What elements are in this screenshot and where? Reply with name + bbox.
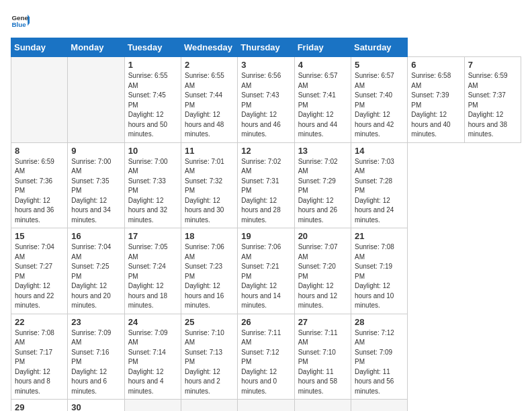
calendar-cell: 3 Sunrise: 6:56 AMSunset: 7:43 PMDayligh… [238, 57, 294, 143]
cell-content: Sunrise: 7:11 AMSunset: 7:12 PMDaylight:… [241, 329, 281, 395]
svg-text:Blue: Blue [11, 21, 26, 28]
calendar-cell: 18 Sunrise: 7:06 AMSunset: 7:23 PMDaylig… [181, 228, 237, 314]
cell-content: Sunrise: 7:06 AMSunset: 7:21 PMDaylight:… [241, 243, 281, 309]
calendar-week-3: 15 Sunrise: 7:04 AMSunset: 7:27 PMDaylig… [11, 228, 521, 314]
calendar-cell [351, 400, 407, 412]
calendar-cell: 6 Sunrise: 6:58 AMSunset: 7:39 PMDayligh… [408, 57, 464, 143]
day-number: 4 [298, 60, 347, 70]
day-number: 5 [355, 60, 404, 70]
calendar-cell: 16 Sunrise: 7:04 AMSunset: 7:25 PMDaylig… [68, 228, 124, 314]
calendar-cell: 10 Sunrise: 7:00 AMSunset: 7:33 PMDaylig… [124, 142, 181, 228]
calendar-cell [181, 400, 237, 412]
cell-content: Sunrise: 7:04 AMSunset: 7:25 PMDaylight:… [71, 243, 111, 309]
day-number: 22 [15, 317, 64, 327]
day-number: 10 [128, 146, 177, 156]
calendar-cell: 19 Sunrise: 7:06 AMSunset: 7:21 PMDaylig… [238, 228, 294, 314]
calendar-cell [294, 400, 351, 412]
col-header-friday: Friday [294, 38, 351, 57]
day-number: 17 [128, 231, 177, 241]
logo-icon: General Blue [11, 11, 30, 30]
cell-content: Sunrise: 7:10 AMSunset: 7:13 PMDaylight:… [185, 329, 224, 395]
cell-content: Sunrise: 7:05 AMSunset: 7:24 PMDaylight:… [128, 243, 168, 309]
calendar-table: SundayMondayTuesdayWednesdayThursdayFrid… [11, 38, 521, 411]
day-number: 24 [128, 317, 177, 327]
day-number: 27 [298, 317, 347, 327]
empty-cell [11, 57, 68, 143]
page-header: General Blue [11, 11, 521, 30]
calendar-cell: 9 Sunrise: 7:00 AMSunset: 7:35 PMDayligh… [68, 142, 124, 228]
calendar-cell: 28 Sunrise: 7:12 AMSunset: 7:09 PMDaylig… [351, 314, 407, 400]
day-number: 26 [241, 317, 290, 327]
day-number: 3 [241, 60, 290, 70]
calendar-week-1: 1 Sunrise: 6:55 AMSunset: 7:45 PMDayligh… [11, 57, 521, 143]
day-number: 2 [185, 60, 234, 70]
day-number: 13 [298, 146, 347, 156]
day-number: 18 [185, 231, 234, 241]
day-number: 11 [185, 146, 234, 156]
cell-content: Sunrise: 7:06 AMSunset: 7:23 PMDaylight:… [185, 243, 224, 309]
day-number: 29 [15, 402, 64, 411]
cell-content: Sunrise: 7:01 AMSunset: 7:32 PMDaylight:… [185, 158, 224, 224]
calendar-cell: 29 Sunrise: 7:13 AMSunset: 7:08 PMDaylig… [11, 400, 68, 412]
calendar-cell: 24 Sunrise: 7:09 AMSunset: 7:14 PMDaylig… [124, 314, 181, 400]
col-header-saturday: Saturday [351, 38, 407, 57]
cell-content: Sunrise: 6:59 AMSunset: 7:37 PMDaylight:… [468, 72, 508, 138]
calendar-cell: 25 Sunrise: 7:10 AMSunset: 7:13 PMDaylig… [181, 314, 237, 400]
cell-content: Sunrise: 7:08 AMSunset: 7:17 PMDaylight:… [15, 329, 54, 395]
day-number: 15 [15, 231, 64, 241]
day-number: 1 [128, 60, 177, 70]
calendar-cell: 7 Sunrise: 6:59 AMSunset: 7:37 PMDayligh… [464, 57, 521, 143]
cell-content: Sunrise: 7:00 AMSunset: 7:33 PMDaylight:… [128, 158, 168, 224]
calendar-cell: 23 Sunrise: 7:09 AMSunset: 7:16 PMDaylig… [68, 314, 124, 400]
calendar-cell [124, 400, 181, 412]
logo: General Blue [11, 11, 32, 30]
cell-content: Sunrise: 6:58 AMSunset: 7:39 PMDaylight:… [411, 72, 451, 138]
cell-content: Sunrise: 7:12 AMSunset: 7:09 PMDaylight:… [355, 329, 394, 395]
cell-content: Sunrise: 6:55 AMSunset: 7:44 PMDaylight:… [185, 72, 224, 138]
cell-content: Sunrise: 6:57 AMSunset: 7:41 PMDaylight:… [298, 72, 338, 138]
cell-content: Sunrise: 7:08 AMSunset: 7:19 PMDaylight:… [355, 243, 394, 309]
day-number: 12 [241, 146, 290, 156]
calendar-cell: 13 Sunrise: 7:02 AMSunset: 7:29 PMDaylig… [294, 142, 351, 228]
calendar-cell: 21 Sunrise: 7:08 AMSunset: 7:19 PMDaylig… [351, 228, 407, 314]
day-number: 6 [411, 60, 460, 70]
cell-content: Sunrise: 7:03 AMSunset: 7:28 PMDaylight:… [355, 158, 394, 224]
calendar-cell: 8 Sunrise: 6:59 AMSunset: 7:36 PMDayligh… [11, 142, 68, 228]
calendar-cell: 4 Sunrise: 6:57 AMSunset: 7:41 PMDayligh… [294, 57, 351, 143]
calendar-cell: 2 Sunrise: 6:55 AMSunset: 7:44 PMDayligh… [181, 57, 237, 143]
calendar-cell [238, 400, 294, 412]
day-number: 28 [355, 317, 404, 327]
calendar-cell: 20 Sunrise: 7:07 AMSunset: 7:20 PMDaylig… [294, 228, 351, 314]
cell-content: Sunrise: 7:09 AMSunset: 7:16 PMDaylight:… [71, 329, 111, 395]
col-header-sunday: Sunday [11, 38, 68, 57]
calendar-cell: 30 Sunrise: 7:13 AMSunset: 7:06 PMDaylig… [68, 400, 124, 412]
cell-content: Sunrise: 7:02 AMSunset: 7:31 PMDaylight:… [241, 158, 281, 224]
calendar-week-4: 22 Sunrise: 7:08 AMSunset: 7:17 PMDaylig… [11, 314, 521, 400]
calendar-week-2: 8 Sunrise: 6:59 AMSunset: 7:36 PMDayligh… [11, 142, 521, 228]
col-header-thursday: Thursday [238, 38, 294, 57]
cell-content: Sunrise: 7:11 AMSunset: 7:10 PMDaylight:… [298, 329, 338, 395]
cell-content: Sunrise: 7:02 AMSunset: 7:29 PMDaylight:… [298, 158, 338, 224]
day-number: 14 [355, 146, 404, 156]
calendar-cell: 15 Sunrise: 7:04 AMSunset: 7:27 PMDaylig… [11, 228, 68, 314]
cell-content: Sunrise: 6:59 AMSunset: 7:36 PMDaylight:… [15, 158, 54, 224]
day-number: 30 [71, 402, 120, 411]
cell-content: Sunrise: 7:04 AMSunset: 7:27 PMDaylight:… [15, 243, 54, 309]
day-number: 19 [241, 231, 290, 241]
day-number: 9 [71, 146, 120, 156]
day-number: 8 [15, 146, 64, 156]
day-number: 7 [468, 60, 517, 70]
cell-content: Sunrise: 6:57 AMSunset: 7:40 PMDaylight:… [355, 72, 394, 138]
col-header-tuesday: Tuesday [124, 38, 181, 57]
cell-content: Sunrise: 7:00 AMSunset: 7:35 PMDaylight:… [71, 158, 111, 224]
calendar-cell: 12 Sunrise: 7:02 AMSunset: 7:31 PMDaylig… [238, 142, 294, 228]
calendar-cell: 22 Sunrise: 7:08 AMSunset: 7:17 PMDaylig… [11, 314, 68, 400]
day-number: 25 [185, 317, 234, 327]
cell-content: Sunrise: 7:07 AMSunset: 7:20 PMDaylight:… [298, 243, 338, 309]
col-header-monday: Monday [68, 38, 124, 57]
calendar-cell: 27 Sunrise: 7:11 AMSunset: 7:10 PMDaylig… [294, 314, 351, 400]
calendar-cell: 17 Sunrise: 7:05 AMSunset: 7:24 PMDaylig… [124, 228, 181, 314]
calendar-cell: 14 Sunrise: 7:03 AMSunset: 7:28 PMDaylig… [351, 142, 407, 228]
day-number: 16 [71, 231, 120, 241]
calendar-cell: 11 Sunrise: 7:01 AMSunset: 7:32 PMDaylig… [181, 142, 237, 228]
